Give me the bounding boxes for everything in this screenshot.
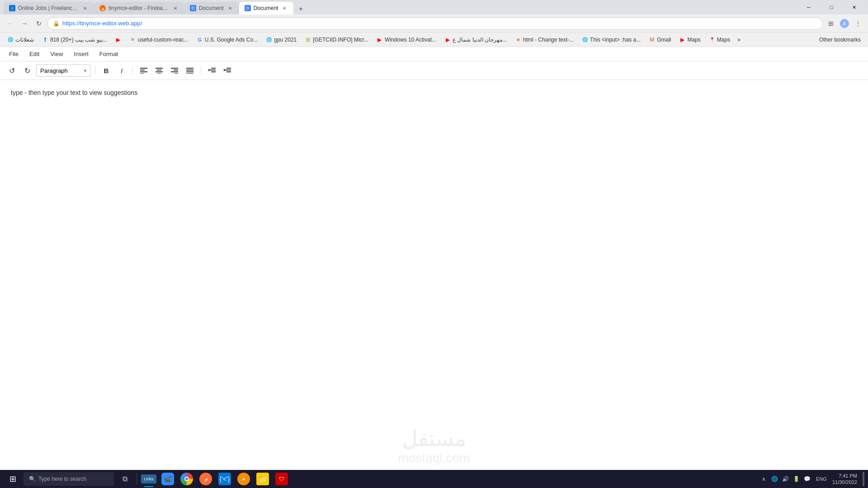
bookmark-favicon-yt4: ▶ bbox=[679, 37, 686, 43]
redo-button[interactable]: ↻ bbox=[21, 64, 33, 77]
align-justify-button[interactable] bbox=[184, 64, 196, 77]
format-select[interactable]: Paragraph ▾ bbox=[36, 64, 90, 77]
profile-icon[interactable]: A bbox=[838, 17, 851, 30]
zoom-icon: 📹 bbox=[161, 473, 174, 485]
bookmark-label: useful-custom-reac... bbox=[138, 37, 189, 43]
italic-button[interactable]: I bbox=[115, 64, 128, 77]
forward-button[interactable]: → bbox=[18, 17, 31, 30]
bookmark-mahrjan[interactable]: ▶ مهرجان الدنيا شمال غ... bbox=[441, 34, 510, 45]
bookmark-google-ads[interactable]: G U.S. Google Ads Co... bbox=[193, 34, 261, 45]
address-url: https://tinymce-editor.web.app/ bbox=[62, 20, 817, 27]
toolbar-sep-1 bbox=[95, 66, 95, 75]
tab-2-title: tinymce-editor - Firebase consol... bbox=[108, 5, 169, 11]
bookmark-maps[interactable]: 📍 Maps bbox=[705, 34, 734, 45]
taskbar-search[interactable]: 🔍 Type here to search bbox=[24, 472, 114, 486]
tab-4[interactable]: D Document ✕ bbox=[239, 2, 294, 14]
bookmark-favicon-yt3: ▶ bbox=[444, 37, 451, 43]
bookmark-youtube[interactable]: ▶ Maps bbox=[676, 34, 704, 45]
title-bar: J Online Jobs | Freelance Employm... ✕ 🔥… bbox=[0, 0, 868, 14]
tray-clock[interactable]: 7:41 PM 11/30/2022 bbox=[832, 473, 857, 486]
tab-4-close[interactable]: ✕ bbox=[281, 5, 288, 12]
taskbar-app-anti[interactable]: 🛡 bbox=[273, 470, 291, 488]
menu-view[interactable]: View bbox=[48, 50, 65, 58]
bookmark-favicon-gmail: M bbox=[649, 37, 655, 43]
tab-3-close[interactable]: ✕ bbox=[226, 5, 234, 12]
align-left-button[interactable] bbox=[137, 64, 150, 77]
start-button[interactable]: ⊞ bbox=[4, 470, 22, 488]
tray-volume[interactable]: 🔊 bbox=[782, 475, 789, 483]
editor-content[interactable]: type - then type your text to view sugge… bbox=[0, 80, 868, 476]
bookmark-label: Windows 10 Activat... bbox=[385, 37, 436, 43]
editor-container: File Edit View Insert Format ↺ ↻ Paragra… bbox=[0, 47, 868, 488]
address-bar[interactable]: 🔒 https://tinymce-editor.web.app/ bbox=[47, 17, 823, 30]
minimize-button[interactable]: ─ bbox=[798, 0, 819, 14]
maximize-button[interactable]: □ bbox=[821, 0, 842, 14]
refresh-button[interactable]: ↻ bbox=[33, 17, 45, 30]
bold-button[interactable]: B bbox=[100, 64, 113, 77]
bookmark-youtube-flag[interactable]: ▶ bbox=[112, 34, 125, 45]
tab-1-close[interactable]: ✕ bbox=[81, 5, 89, 12]
taskbar-divider bbox=[137, 474, 137, 484]
tray-lang[interactable]: ENG bbox=[816, 476, 827, 482]
toolbar-sep-3 bbox=[201, 66, 201, 75]
start-icon: ⊞ bbox=[9, 474, 16, 484]
back-button[interactable]: ← bbox=[4, 17, 16, 30]
tray-notifications[interactable]: 💬 bbox=[803, 475, 811, 483]
tab-2[interactable]: 🔥 tinymce-editor - Firebase consol... ✕ bbox=[94, 2, 184, 14]
bookmark-html[interactable]: ★ html - Change text-... bbox=[511, 34, 577, 45]
outdent-button[interactable] bbox=[206, 64, 218, 77]
bookmark-favicon-google: G bbox=[197, 37, 203, 43]
menu-file[interactable]: File bbox=[7, 50, 20, 58]
menu-insert[interactable]: Insert bbox=[72, 50, 90, 58]
system-tray: ∧ 🌐 🔊 🔋 💬 ENG 7:41 PM 11/30/2022 bbox=[760, 472, 864, 486]
menu-edit[interactable]: Edit bbox=[28, 50, 41, 58]
bookmark-gmail[interactable]: M Gmail bbox=[645, 34, 675, 45]
close-button[interactable]: ✕ bbox=[844, 0, 864, 14]
taskbar-app-explorer[interactable]: 📁 bbox=[254, 470, 272, 488]
bookmark-label: مهرجان الدنيا شمال غ... bbox=[453, 37, 507, 43]
tab-4-title: Document bbox=[254, 5, 278, 11]
explorer-icon: 📁 bbox=[256, 473, 269, 485]
tab-1[interactable]: J Online Jobs | Freelance Employm... ✕ bbox=[4, 2, 94, 14]
tab-2-close[interactable]: ✕ bbox=[172, 5, 179, 12]
tab-bar: J Online Jobs | Freelance Employm... ✕ 🔥… bbox=[4, 0, 795, 14]
bookmark-شعلانات[interactable]: 🌐 شعلانات bbox=[4, 34, 38, 45]
bookmark-input[interactable]: 🌐 This <input> :has a... bbox=[578, 34, 644, 45]
bookmark-favicon-react: ⚛ bbox=[130, 37, 136, 43]
align-center-button[interactable] bbox=[153, 64, 165, 77]
bookmark-react[interactable]: ⚛ useful-custom-reac... bbox=[126, 34, 192, 45]
taskbar-app-links[interactable]: Links bbox=[140, 470, 158, 488]
bookmark-windows10[interactable]: ▶ Windows 10 Activat... bbox=[373, 34, 440, 45]
task-view-button[interactable]: ⧉ bbox=[116, 470, 134, 488]
align-right-button[interactable] bbox=[168, 64, 181, 77]
tray-network[interactable]: 🌐 bbox=[771, 475, 778, 483]
tray-time-value: 7:41 PM bbox=[832, 473, 857, 479]
extensions-icon[interactable]: ⊞ bbox=[825, 17, 837, 30]
undo-button[interactable]: ↺ bbox=[5, 64, 18, 77]
toolbar-sep-2 bbox=[132, 66, 133, 75]
new-tab-button[interactable]: + bbox=[295, 4, 306, 14]
editor-toolbar: ↺ ↻ Paragraph ▾ B I bbox=[0, 61, 868, 80]
bookmark-favicon-شعلانات: 🌐 bbox=[7, 37, 14, 43]
taskbar-app-vscode[interactable]: {'<'} bbox=[216, 470, 234, 488]
bookmarks-more-button[interactable]: » bbox=[735, 36, 743, 44]
other-bookmarks[interactable]: Other bookmarks bbox=[816, 34, 864, 45]
menu-format[interactable]: Format bbox=[98, 50, 120, 58]
tab-3-favicon: D bbox=[190, 5, 196, 11]
bookmark-getciid[interactable]: ⊞ [GETCIID.INFO] Micr... bbox=[301, 34, 372, 45]
show-desktop-button[interactable] bbox=[863, 472, 864, 486]
tab-3[interactable]: D Document ✕ bbox=[184, 2, 239, 14]
taskbar-app-chrome[interactable] bbox=[178, 470, 196, 488]
tray-battery[interactable]: 🔋 bbox=[793, 475, 800, 483]
taskbar-app-mostaql[interactable]: م bbox=[197, 470, 215, 488]
taskbar-app-orange[interactable]: ● bbox=[235, 470, 253, 488]
tray-chevron[interactable]: ∧ bbox=[760, 475, 767, 483]
settings-icon[interactable]: ⋮ bbox=[852, 17, 864, 30]
search-icon: 🔍 bbox=[29, 476, 36, 482]
bookmark-818[interactable]: f بيو شب بيب (+20) 818... bbox=[38, 34, 111, 45]
bookmark-gpu[interactable]: 🌐 gpu 2021 bbox=[262, 34, 300, 45]
indent-button[interactable] bbox=[221, 64, 234, 77]
bookmark-favicon-so: ★ bbox=[515, 37, 521, 43]
nav-bar: ← → ↻ 🔒 https://tinymce-editor.web.app/ … bbox=[0, 14, 868, 33]
taskbar-app-zoom[interactable]: 📹 bbox=[159, 470, 177, 488]
